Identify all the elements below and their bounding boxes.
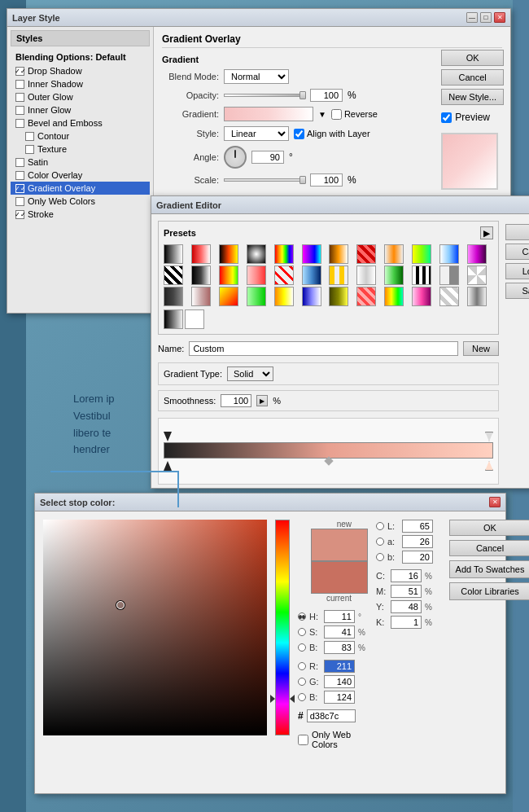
preset-20[interactable] xyxy=(356,266,376,285)
outer-glow-item[interactable]: Outer Glow xyxy=(11,90,150,103)
stroke-item[interactable]: ✓ Stroke xyxy=(11,208,150,221)
ge-save-btn[interactable]: Save... xyxy=(505,283,529,299)
opacity-thumb[interactable] xyxy=(299,91,306,99)
stroke-check[interactable]: ✓ xyxy=(15,210,24,219)
cp-titlebar[interactable]: Select stop color: ✕ xyxy=(35,494,505,511)
reverse-check[interactable] xyxy=(331,109,342,120)
preset-26[interactable] xyxy=(191,287,211,306)
preset-4[interactable] xyxy=(247,244,266,264)
ge-smoothness-spin[interactable]: ▶ xyxy=(256,395,268,406)
inner-glow-item[interactable]: Inner Glow xyxy=(11,103,150,116)
preset-38[interactable] xyxy=(185,309,204,329)
preset-30[interactable] xyxy=(302,287,321,306)
align-layer-label[interactable]: Align with Layer xyxy=(294,129,370,139)
color-stop-left[interactable] xyxy=(164,461,172,471)
preset-10[interactable] xyxy=(412,244,431,264)
blend-mode-select[interactable]: Normal Multiply Screen xyxy=(224,69,289,84)
presets-expand-btn[interactable]: ▶ xyxy=(480,226,493,239)
S-input[interactable] xyxy=(324,625,355,639)
G-radio[interactable] xyxy=(298,678,306,686)
bevel-emboss-check[interactable] xyxy=(15,119,24,128)
preset-19[interactable] xyxy=(329,266,348,285)
b-input[interactable] xyxy=(402,551,433,564)
preset-14[interactable] xyxy=(191,266,211,285)
preset-32[interactable] xyxy=(356,287,376,306)
L-input[interactable] xyxy=(402,520,433,533)
style-select[interactable]: Linear Radial Angle xyxy=(224,126,289,141)
preset-9[interactable] xyxy=(384,244,404,264)
preset-15[interactable] xyxy=(219,266,238,285)
preset-11[interactable] xyxy=(439,244,459,264)
preset-12[interactable] xyxy=(467,244,487,264)
R-radio[interactable] xyxy=(298,662,306,670)
Y-input[interactable] xyxy=(391,600,422,613)
M-input[interactable] xyxy=(391,585,422,598)
H-input[interactable] xyxy=(324,610,355,623)
preset-33[interactable] xyxy=(384,287,404,306)
color-overlay-check[interactable] xyxy=(15,171,24,180)
ge-new-btn[interactable]: New xyxy=(463,341,499,356)
ge-ok-btn[interactable]: OK xyxy=(505,224,529,240)
cp-close[interactable]: ✕ xyxy=(489,497,501,507)
K-input[interactable] xyxy=(391,616,422,629)
inner-glow-check[interactable] xyxy=(15,106,24,115)
preset-35[interactable] xyxy=(439,287,459,306)
blending-options-item[interactable]: Blending Options: Default xyxy=(11,50,150,64)
cp-ok-btn[interactable]: OK xyxy=(449,520,529,536)
S-radio[interactable] xyxy=(298,628,306,636)
b-radio[interactable] xyxy=(376,553,384,561)
ge-cancel-btn[interactable]: Cancel xyxy=(505,244,529,260)
maximize-btn[interactable]: □ xyxy=(480,12,492,23)
preset-31[interactable] xyxy=(329,287,348,306)
pattern-overlay-check[interactable] xyxy=(15,197,24,206)
preset-21[interactable] xyxy=(384,266,404,285)
hue-slider[interactable] xyxy=(275,520,290,735)
angle-dial[interactable] xyxy=(224,146,247,169)
scale-input[interactable] xyxy=(310,173,343,187)
layer-style-titlebar[interactable]: Layer Style — □ ✕ xyxy=(7,9,510,27)
preset-27[interactable] xyxy=(219,287,238,306)
only-web-check[interactable] xyxy=(298,735,308,745)
reverse-label[interactable]: Reverse xyxy=(331,109,378,120)
opacity-input[interactable]: 100 xyxy=(310,89,343,102)
scale-thumb[interactable] xyxy=(299,176,306,184)
C-input[interactable] xyxy=(391,569,422,582)
outer-glow-check[interactable] xyxy=(15,93,24,102)
R-input[interactable] xyxy=(324,660,355,673)
contour-check[interactable] xyxy=(25,132,34,141)
opacity-stop-right[interactable] xyxy=(485,432,493,441)
ge-smoothness-input[interactable] xyxy=(221,394,251,407)
color-field[interactable] xyxy=(43,520,267,735)
gradient-dropdown-arrow[interactable]: ▼ xyxy=(318,110,326,119)
layer-style-ok-btn[interactable]: OK xyxy=(441,50,504,66)
preset-2[interactable] xyxy=(191,244,211,264)
pattern-overlay-item[interactable]: Only Web Colors xyxy=(11,195,150,208)
color-libraries-btn[interactable]: Color Libraries xyxy=(449,582,529,600)
drop-shadow-check[interactable]: ✓ xyxy=(15,67,24,76)
inner-shadow-check[interactable] xyxy=(15,80,24,89)
hex-input[interactable] xyxy=(307,709,356,722)
gradient-preview[interactable] xyxy=(224,107,313,121)
B2-input[interactable] xyxy=(324,691,355,704)
preset-28[interactable] xyxy=(247,287,266,306)
H-radio[interactable] xyxy=(298,612,306,621)
drop-shadow-item[interactable]: ✓ Drop Shadow xyxy=(11,64,150,77)
a-input[interactable] xyxy=(402,535,433,548)
add-swatches-btn[interactable]: Add To Swatches xyxy=(449,560,529,578)
opacity-stop-left[interactable] xyxy=(164,432,172,441)
preset-13[interactable] xyxy=(164,266,183,285)
ge-type-select[interactable]: Solid Noise xyxy=(227,366,273,381)
preset-5[interactable] xyxy=(274,244,294,264)
align-layer-check[interactable] xyxy=(294,129,304,139)
preset-22[interactable] xyxy=(412,266,431,285)
minimize-btn[interactable]: — xyxy=(466,12,478,23)
angle-input[interactable] xyxy=(251,151,284,164)
ge-titlebar[interactable]: Gradient Editor — □ ✕ xyxy=(151,196,529,214)
layer-style-cancel-btn[interactable]: Cancel xyxy=(441,69,504,86)
preset-3[interactable] xyxy=(219,244,238,264)
texture-item[interactable]: Texture xyxy=(11,143,150,156)
a-radio[interactable] xyxy=(376,538,384,546)
ge-load-btn[interactable]: Load... xyxy=(505,263,529,279)
satin-item[interactable]: Satin xyxy=(11,156,150,169)
preset-25[interactable] xyxy=(164,287,183,306)
